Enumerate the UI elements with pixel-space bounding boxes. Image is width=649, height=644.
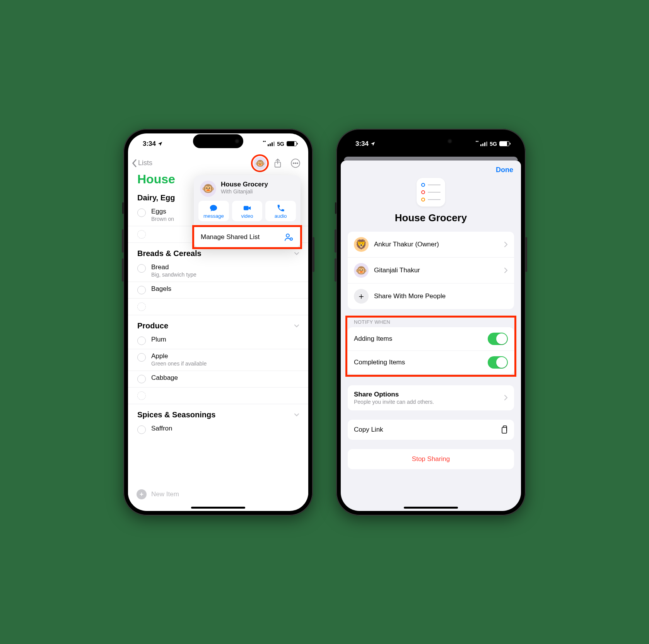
signal-dots-icon — [263, 143, 265, 145]
svg-point-3 — [295, 162, 296, 164]
home-indicator[interactable] — [191, 507, 245, 509]
people-card: 🦁 Ankur Thakur (Owner) 🐵 Gitanjali Thaku… — [348, 232, 514, 309]
network-label: 5G — [490, 141, 497, 147]
plus-icon: + — [137, 489, 147, 499]
back-button[interactable]: Lists — [132, 159, 249, 167]
list-item[interactable]: Plum — [128, 333, 308, 349]
chevron-down-icon — [294, 323, 300, 329]
video-button[interactable]: video — [232, 201, 263, 221]
checkbox[interactable] — [137, 353, 146, 362]
manage-sheet: Done House Grocery 🦁 Ankur Thakur (Owner… — [341, 161, 521, 511]
svg-rect-8 — [502, 427, 507, 433]
section-header[interactable]: Spices & Seasonings — [128, 404, 308, 422]
popover-title: House Grocery — [221, 181, 268, 188]
plus-icon: ＋ — [354, 289, 369, 304]
home-indicator[interactable] — [404, 507, 458, 509]
notify-card: Adding Items Completing Items — [348, 327, 514, 374]
clock: 3:34 — [355, 140, 369, 148]
share-popover: 🐵 House Grocery With Gitanjali message v… — [194, 175, 301, 248]
shared-avatar-button[interactable]: 🐵 — [253, 157, 266, 170]
avatar-icon: 🦁 — [354, 237, 369, 252]
stop-sharing-button[interactable]: Stop Sharing — [348, 449, 514, 469]
done-button[interactable]: Done — [496, 166, 513, 174]
audio-button[interactable]: audio — [265, 201, 296, 221]
toggle-row-adding: Adding Items — [348, 327, 514, 351]
shared-list-icon — [284, 232, 294, 242]
phone-right: 3:34 5G Done — [336, 129, 526, 516]
copy-icon — [500, 425, 508, 434]
svg-rect-5 — [244, 206, 249, 210]
share-button[interactable] — [271, 157, 284, 170]
dynamic-island — [406, 134, 456, 148]
svg-point-6 — [286, 234, 289, 237]
person-row[interactable]: 🦁 Ankur Thakur (Owner) — [348, 232, 514, 258]
phone-left: 3:34 5G Lists 🐵 — [123, 129, 313, 516]
new-item-button[interactable]: + New Item — [128, 485, 308, 504]
list-item[interactable]: Cabbage — [128, 371, 308, 388]
list-item[interactable]: Bread Big, sandwich type — [128, 260, 308, 282]
signal-dots-icon — [476, 143, 478, 145]
person-row[interactable]: 🐵 Gitanjali Thakur — [348, 258, 514, 284]
list-item[interactable]: Saffron — [128, 422, 308, 438]
popover-subtitle: With Gitanjali — [221, 188, 268, 195]
notify-header: Notify When — [341, 319, 521, 327]
battery-icon — [499, 141, 509, 146]
svg-point-2 — [293, 162, 294, 164]
add-circle-icon — [137, 302, 146, 311]
list-item[interactable]: Bagels — [128, 282, 308, 299]
checkbox[interactable] — [137, 286, 146, 294]
chevron-right-icon — [504, 395, 508, 401]
section-header[interactable]: Produce — [128, 315, 308, 333]
back-label: Lists — [138, 159, 152, 167]
sheet-title: House Grocery — [341, 212, 521, 224]
reminders-app-icon — [417, 178, 445, 207]
share-options-card[interactable]: Share Options People you invite can add … — [348, 385, 514, 410]
list-item[interactable]: Apple Green ones if available — [128, 349, 308, 371]
avatar-icon: 🐵 — [354, 263, 369, 278]
sheet-behind — [344, 157, 518, 161]
add-item-placeholder[interactable] — [128, 388, 308, 404]
add-circle-icon — [137, 230, 146, 239]
share-more-button[interactable]: ＋ Share With More People — [348, 284, 514, 309]
svg-point-4 — [297, 162, 298, 164]
chevron-right-icon — [504, 241, 508, 248]
manage-shared-list-button[interactable]: Manage Shared List — [194, 226, 301, 248]
clock: 3:34 — [143, 140, 156, 148]
location-icon — [157, 141, 163, 147]
more-button[interactable] — [289, 157, 302, 170]
add-circle-icon — [137, 391, 146, 400]
checkbox[interactable] — [137, 375, 146, 383]
signal-icon — [268, 142, 275, 146]
add-item-placeholder[interactable] — [128, 299, 308, 315]
completing-toggle[interactable] — [488, 356, 508, 369]
chevron-down-icon — [294, 412, 300, 418]
copy-link-button[interactable]: Copy Link — [348, 420, 514, 440]
chevron-right-icon — [504, 267, 508, 273]
toggle-row-completing: Completing Items — [348, 351, 514, 374]
location-icon — [370, 141, 376, 147]
adding-toggle[interactable] — [488, 333, 508, 345]
dynamic-island — [193, 134, 243, 148]
message-button[interactable]: message — [198, 201, 229, 221]
chevron-down-icon — [294, 250, 300, 256]
checkbox[interactable] — [137, 264, 146, 273]
signal-icon — [480, 142, 487, 146]
network-label: 5G — [277, 141, 284, 147]
annotation-ring — [251, 154, 269, 172]
checkbox[interactable] — [137, 337, 146, 345]
battery-icon — [287, 141, 297, 146]
checkbox[interactable] — [137, 208, 146, 217]
popover-avatar: 🐵 — [200, 181, 216, 197]
checkbox[interactable] — [137, 425, 146, 434]
